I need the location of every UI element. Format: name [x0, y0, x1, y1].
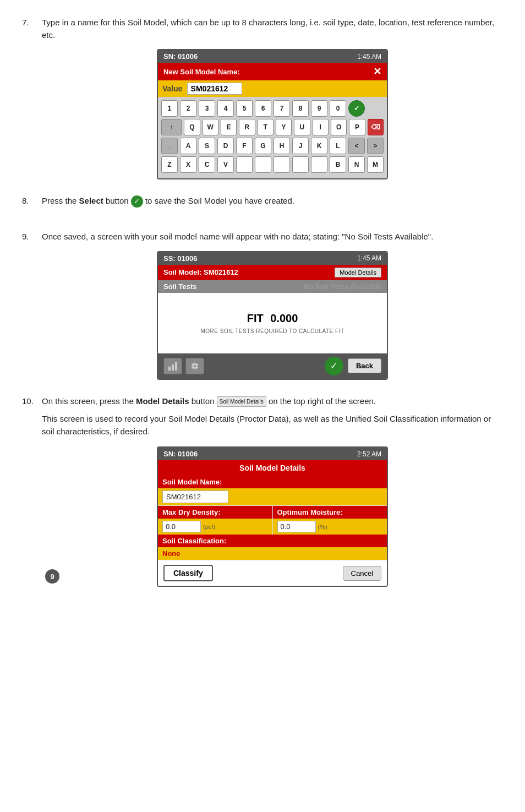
key-d[interactable]: D: [217, 138, 234, 154]
close-button[interactable]: ✕: [373, 66, 381, 78]
key-7[interactable]: 7: [274, 100, 290, 117]
step8-post: to save the Soil Model you have created.: [143, 196, 294, 205]
key-r[interactable]: R: [239, 119, 255, 135]
step-8-text: Press the Select button ✓ to save the So…: [42, 195, 503, 208]
value-label: Value: [162, 84, 183, 93]
kb-row-3: _ A S D F G H J K L < >: [161, 138, 384, 154]
max-dry-density-col: Max Dry Density: 0.0 (pcf): [158, 506, 273, 535]
kb-row-1: 1 2 3 4 5 6 7 8 9 0 ✓: [161, 100, 384, 117]
step10-mid: button: [189, 396, 215, 406]
key-c[interactable]: C: [199, 156, 215, 173]
no-tests-message: No Soil Tests Available: [304, 282, 381, 291]
key-backspace[interactable]: ⌫: [368, 119, 384, 135]
key-h[interactable]: H: [274, 138, 290, 154]
key-4[interactable]: 4: [217, 100, 234, 117]
screen-keyboard: SN: 01006 1:45 AM New Soil Model Name: ✕…: [157, 49, 388, 179]
key-space2[interactable]: [255, 156, 271, 173]
details-body: Soil Model Name: SM021612 Max Dry Densit…: [158, 476, 387, 560]
key-0[interactable]: 0: [330, 100, 346, 117]
key-select[interactable]: ✓: [348, 100, 365, 117]
key-gt[interactable]: >: [367, 138, 384, 154]
step-9-number: 9.: [22, 231, 35, 380]
select-confirm-button[interactable]: ✓: [325, 357, 343, 375]
key-5[interactable]: 5: [236, 100, 253, 117]
key-k[interactable]: K: [311, 138, 327, 154]
icon-settings-button[interactable]: [185, 358, 204, 374]
key-1[interactable]: 1: [161, 100, 178, 117]
key-p[interactable]: P: [349, 119, 365, 135]
screen3-time: 2:52 AM: [357, 450, 381, 458]
key-space1[interactable]: [236, 156, 253, 173]
key-lt[interactable]: <: [348, 138, 365, 154]
select-icon-inline: ✓: [131, 195, 143, 208]
screen1-title: SN: 01006: [163, 52, 198, 61]
screen3-wrapper: SN: 01006 2:52 AM Soil Model Details Soi…: [42, 446, 503, 587]
kb-row-2: ↑ Q W E R T Y U I O P ⌫: [161, 119, 384, 135]
step10-pre: On this screen, press the: [42, 396, 136, 406]
key-v[interactable]: V: [217, 156, 234, 173]
key-m[interactable]: M: [367, 156, 384, 173]
key-z[interactable]: Z: [161, 156, 178, 173]
optimum-moisture-input[interactable]: 0.0: [277, 521, 316, 532]
soil-model-name-input[interactable]: SM021612: [162, 491, 228, 503]
key-underscore[interactable]: _: [161, 138, 178, 154]
key-y[interactable]: Y: [276, 119, 292, 135]
key-x[interactable]: X: [180, 156, 196, 173]
key-8[interactable]: 8: [292, 100, 309, 117]
soil-tests-label: Soil Tests: [163, 282, 196, 291]
key-space3[interactable]: [274, 156, 290, 173]
key-2[interactable]: 2: [180, 100, 196, 117]
key-f[interactable]: F: [236, 138, 253, 154]
step-8-content: Press the Select button ✓ to save the So…: [42, 195, 503, 215]
key-6[interactable]: 6: [255, 100, 271, 117]
model-details-inline-btn: Soil Model Details: [217, 396, 266, 407]
key-3[interactable]: 3: [199, 100, 215, 117]
key-i[interactable]: I: [313, 119, 329, 135]
svg-rect-1: [172, 364, 174, 370]
fit-display: FIT 0.000: [247, 312, 298, 325]
screen-soil-tests: SS: 01006 1:45 AM Soil Model: SM021612 M…: [157, 251, 388, 380]
step8-pre: Press the: [42, 196, 79, 205]
soil-classification-label: Soil Classification:: [158, 535, 387, 547]
keyboard: 1 2 3 4 5 6 7 8 9 0 ✓ ↑ Q W E: [158, 97, 387, 178]
screen3-title: SN: 01006: [163, 450, 198, 458]
icon-chart-button[interactable]: [163, 358, 182, 374]
classify-button[interactable]: Classify: [163, 565, 213, 581]
key-b[interactable]: B: [330, 156, 346, 173]
step-7-number: 7.: [22, 17, 35, 179]
key-space4[interactable]: [292, 156, 309, 173]
key-j[interactable]: J: [292, 138, 309, 154]
screen3-header: SN: 01006 2:52 AM: [158, 448, 387, 460]
key-9[interactable]: 9: [311, 100, 327, 117]
max-dry-density-input[interactable]: 0.0: [162, 521, 201, 532]
step-7-text: Type in a name for this Soil Model, whic…: [42, 17, 503, 41]
svg-rect-2: [175, 362, 177, 370]
fit-label: FIT: [247, 312, 264, 324]
step8-mid: button: [103, 196, 129, 205]
footer-icons: [163, 358, 204, 374]
key-a[interactable]: A: [180, 138, 196, 154]
key-e[interactable]: E: [221, 119, 237, 135]
soil-model-name-label: Soil Model Name:: [158, 476, 387, 488]
key-l[interactable]: L: [330, 138, 346, 154]
key-w[interactable]: W: [203, 119, 218, 135]
value-input[interactable]: SM021612: [187, 83, 242, 95]
model-details-button[interactable]: Model Details: [335, 268, 381, 277]
key-g[interactable]: G: [255, 138, 271, 154]
step10-post: on the top right of the screen.: [269, 396, 376, 406]
key-u[interactable]: U: [294, 119, 310, 135]
svg-point-4: [194, 365, 196, 367]
key-o[interactable]: O: [331, 119, 347, 135]
key-q[interactable]: Q: [184, 119, 200, 135]
key-n[interactable]: N: [348, 156, 365, 173]
details-footer: Classify Cancel: [158, 560, 387, 586]
key-shift[interactable]: ↑: [161, 119, 182, 135]
back-button[interactable]: Back: [348, 358, 381, 373]
cancel-button[interactable]: Cancel: [343, 566, 381, 581]
key-space5[interactable]: [311, 156, 327, 173]
step8-bold: Select: [79, 196, 103, 205]
key-t[interactable]: T: [258, 119, 274, 135]
fit-value: 0.000: [270, 312, 298, 324]
key-s[interactable]: S: [199, 138, 215, 154]
step-10: 10. On this screen, press the Model Deta…: [22, 395, 503, 587]
